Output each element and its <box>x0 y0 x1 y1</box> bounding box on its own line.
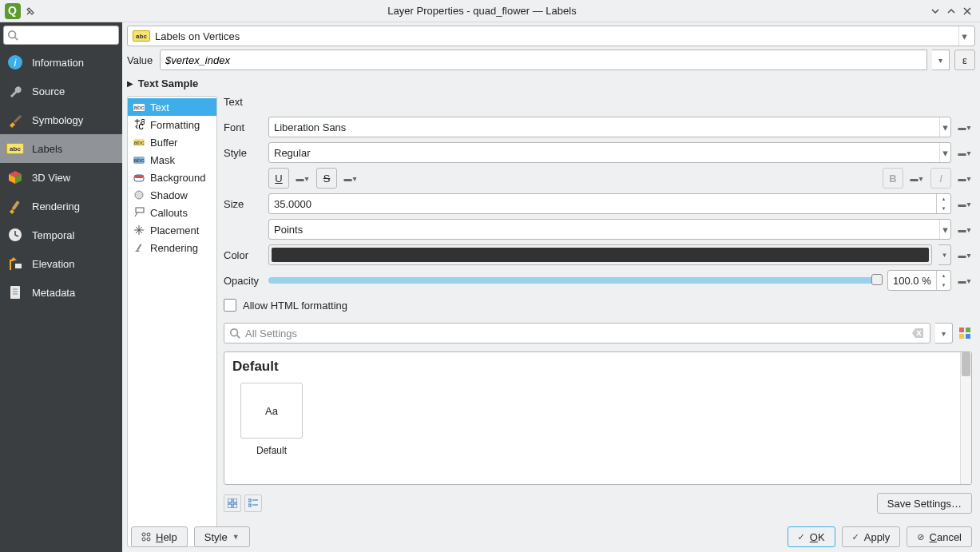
cancel-icon: ⊘ <box>917 532 924 542</box>
style-manager-button[interactable] <box>958 323 972 344</box>
bold-toggle[interactable]: B <box>883 168 903 189</box>
settings-list: Default Aa Default <box>224 351 972 485</box>
svg-point-34 <box>147 538 150 541</box>
sidebar-item-rendering[interactable]: Rendering <box>0 192 122 220</box>
sidebar-item-elevation[interactable]: Elevation <box>0 249 122 278</box>
font-combo[interactable]: Liberation Sans ▾ <box>268 117 951 137</box>
svg-rect-22 <box>966 334 970 339</box>
preset-default[interactable]: Aa <box>240 383 303 439</box>
size-spinner[interactable]: ▲▼ <box>936 194 950 213</box>
data-defined-button[interactable]: ▬▾ <box>958 117 972 137</box>
data-defined-button[interactable]: ▬▾ <box>910 168 924 189</box>
sidebar-item-information[interactable]: i Information <box>0 48 122 77</box>
view-list-button[interactable] <box>244 494 262 512</box>
value-history-dropdown[interactable]: ▾ <box>932 50 950 70</box>
style-menu-button[interactable]: Style ▼ <box>194 526 250 547</box>
scrollbar-thumb[interactable] <box>962 352 970 376</box>
color-dropdown[interactable]: ▾ <box>938 244 951 265</box>
data-defined-button[interactable]: ▬▾ <box>958 193 972 214</box>
sidebar-search-input[interactable] <box>3 26 119 45</box>
clear-search-icon[interactable] <box>911 327 925 340</box>
clock-icon <box>6 226 24 244</box>
help-button[interactable]: Help <box>131 526 188 547</box>
tab-formatting[interactable]: +ab‹cFormatting <box>128 116 216 133</box>
scrollbar[interactable] <box>960 352 971 484</box>
help-icon <box>141 532 151 542</box>
text-sample-collapser[interactable]: ▶ Text Sample <box>127 73 975 93</box>
elevation-icon <box>6 255 24 272</box>
sidebar-item-label: Elevation <box>32 258 74 270</box>
svg-rect-21 <box>959 334 964 339</box>
data-defined-button[interactable]: ▬▾ <box>343 168 358 189</box>
tab-background[interactable]: Background <box>128 169 216 186</box>
svg-point-33 <box>142 538 145 541</box>
tab-placement[interactable]: Placement <box>128 221 216 239</box>
sidebar-item-metadata[interactable]: Metadata <box>0 278 122 307</box>
abc-icon: abc <box>133 30 150 42</box>
chevron-down-icon: ▾ <box>939 143 950 162</box>
triangle-right-icon: ▶ <box>127 79 133 88</box>
tab-rendering[interactable]: Rendering <box>128 239 216 256</box>
data-defined-button[interactable]: ▬▾ <box>958 244 972 265</box>
opacity-slider[interactable] <box>268 277 881 284</box>
svg-point-32 <box>147 533 150 536</box>
value-label: Value <box>127 54 155 66</box>
view-grid-button[interactable] <box>224 494 241 512</box>
label-mode-text: Labels on Vertices <box>155 30 240 42</box>
sidebar-item-temporal[interactable]: Temporal <box>0 220 122 249</box>
tab-buffer[interactable]: abcBuffer <box>128 133 216 151</box>
value-expression-input[interactable] <box>160 50 927 70</box>
underline-toggle[interactable]: U <box>268 168 289 189</box>
expression-builder-button[interactable]: ε <box>954 50 975 70</box>
size-input[interactable]: 35.0000 ▲▼ <box>268 193 951 214</box>
allow-html-checkbox[interactable] <box>224 299 236 312</box>
opacity-spinner[interactable]: ▲▼ <box>936 271 950 290</box>
sidebar-search[interactable] <box>3 26 119 45</box>
sidebar-item-label: 3D View <box>32 172 70 184</box>
sidebar-item-labels[interactable]: abc Labels <box>0 134 122 163</box>
tab-callouts[interactable]: Callouts <box>128 204 216 221</box>
apply-button[interactable]: ✓ Apply <box>842 526 901 547</box>
label-mode-combo[interactable]: abc Labels on Vertices ▾ <box>127 26 975 46</box>
ok-button[interactable]: ✓ OK <box>788 526 835 547</box>
wrench-icon <box>6 82 24 100</box>
color-button[interactable] <box>268 244 932 265</box>
settings-search[interactable]: All Settings <box>224 323 930 344</box>
slider-thumb[interactable] <box>871 274 883 285</box>
settings-filter-dropdown[interactable]: ▾ <box>935 323 953 344</box>
sidebar-item-3d-view[interactable]: 3D View <box>0 163 122 192</box>
text-sample-label: Text Sample <box>138 77 199 89</box>
data-defined-button[interactable]: ▬▾ <box>958 168 972 189</box>
svg-point-31 <box>142 533 145 536</box>
pin-icon[interactable] <box>24 5 37 18</box>
minimize-button[interactable] <box>927 3 943 19</box>
sidebar-item-symbology[interactable]: Symbology <box>0 105 122 134</box>
data-defined-button[interactable]: ▬▾ <box>958 219 972 240</box>
svg-line-15 <box>135 212 137 216</box>
sidebar-item-source[interactable]: Source <box>0 77 122 105</box>
sidebar-item-label: Metadata <box>32 287 75 299</box>
opacity-spinbox[interactable]: 100.0 % ▲▼ <box>887 270 951 291</box>
data-defined-button[interactable]: ▬▾ <box>958 142 972 163</box>
svg-rect-12 <box>134 175 144 178</box>
maximize-button[interactable] <box>943 3 959 19</box>
abc-icon: abc <box>6 140 24 157</box>
tab-text[interactable]: abcText <box>128 98 216 116</box>
sidebar-item-label: Rendering <box>32 201 80 212</box>
data-defined-button[interactable]: ▬▾ <box>296 168 310 189</box>
tab-shadow[interactable]: Shadow <box>128 186 216 204</box>
style-combo[interactable]: Regular ▾ <box>268 142 951 163</box>
size-label: Size <box>224 198 262 210</box>
cancel-button[interactable]: ⊘ Cancel <box>907 526 972 547</box>
svg-point-17 <box>231 329 238 336</box>
strikethrough-toggle[interactable]: S <box>316 168 337 189</box>
size-unit-combo[interactable]: Points ▾ <box>268 219 951 240</box>
svg-rect-25 <box>228 504 232 508</box>
close-button[interactable] <box>959 3 975 19</box>
data-defined-button[interactable]: ▬▾ <box>958 270 972 291</box>
font-label: Font <box>224 121 262 133</box>
svg-rect-29 <box>248 504 251 506</box>
tab-mask[interactable]: abcMask <box>128 151 216 169</box>
save-settings-button[interactable]: Save Settings… <box>877 493 972 514</box>
italic-toggle[interactable]: I <box>930 168 951 189</box>
